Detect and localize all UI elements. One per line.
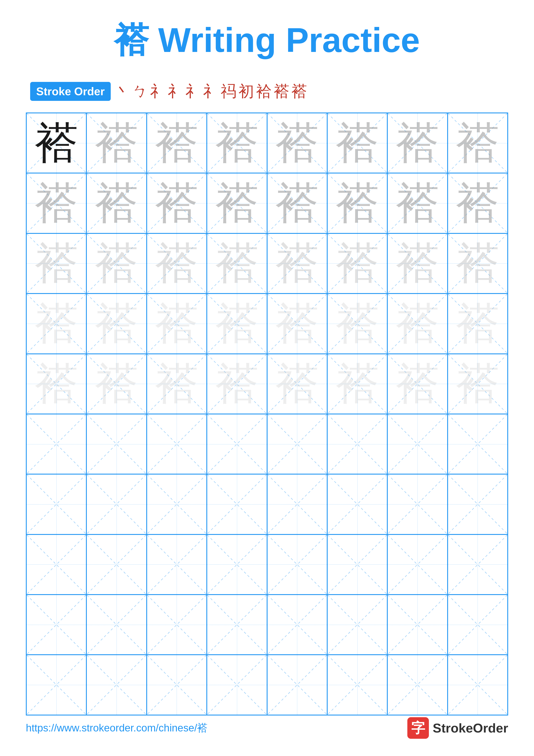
grid-cell[interactable] [147,655,207,715]
grid-cell[interactable] [327,595,387,655]
grid-cell[interactable]: 褡 [327,173,387,233]
grid-cell[interactable]: 褡 [327,293,387,354]
practice-char: 褡 [396,242,439,285]
grid-cell[interactable] [267,474,327,534]
grid-cell[interactable]: 褡 [26,233,87,293]
grid-cell[interactable] [387,655,447,715]
grid-cell[interactable] [147,595,207,655]
svg-line-83 [87,415,146,474]
grid-cell[interactable]: 褡 [447,173,508,233]
grid-cell[interactable] [447,655,508,715]
grid-cell[interactable]: 褡 [147,354,207,414]
grid-cell[interactable]: 褡 [147,233,207,293]
practice-char: 褡 [275,242,318,285]
grid-cell[interactable] [327,655,387,715]
grid-cell[interactable] [207,655,267,715]
svg-line-84 [147,415,206,474]
grid-cell[interactable]: 褡 [147,173,207,233]
grid-cell[interactable] [387,474,447,534]
grid-cell[interactable]: 褡 [447,233,508,293]
grid-row[interactable]: 褡褡褡褡褡褡褡褡 [26,173,508,233]
grid-cell[interactable]: 褡 [327,354,387,414]
grid-row[interactable]: 褡褡褡褡褡褡褡褡 [26,293,508,354]
grid-row[interactable]: 褡褡褡褡褡褡褡褡 [26,113,508,173]
grid-cell[interactable]: 褡 [327,113,387,173]
grid-cell[interactable]: 褡 [387,173,447,233]
grid-cell[interactable] [327,414,387,474]
grid-cell[interactable] [267,655,327,715]
page-title: 褡 Writing Practice [114,17,420,64]
grid-cell[interactable] [87,534,146,595]
practice-char: 褡 [95,122,138,165]
grid-row[interactable]: 褡褡褡褡褡褡褡褡 [26,354,508,414]
grid-cell[interactable] [327,534,387,595]
svg-line-114 [87,535,146,594]
grid-cell[interactable] [447,595,508,655]
practice-char: 褡 [216,182,259,225]
grid-cell[interactable]: 褡 [207,233,267,293]
grid-cell[interactable] [387,595,447,655]
grid-cell[interactable]: 褡 [447,293,508,354]
grid-cell[interactable] [327,474,387,534]
practice-char: 褡 [275,182,318,225]
grid-cell[interactable]: 褡 [207,113,267,173]
grid-cell[interactable] [26,595,87,655]
grid-cell[interactable] [447,534,508,595]
grid-cell[interactable] [87,474,146,534]
grid-cell[interactable]: 褡 [387,293,447,354]
grid-cell[interactable] [87,595,146,655]
grid-cell[interactable]: 褡 [87,293,146,354]
grid-cell[interactable] [447,474,508,534]
grid-cell[interactable]: 褡 [26,113,87,173]
grid-cell[interactable] [387,534,447,595]
grid-cell[interactable] [26,534,87,595]
grid-cell[interactable] [26,414,87,474]
grid-cell[interactable]: 褡 [207,354,267,414]
grid-cell[interactable]: 褡 [147,113,207,173]
grid-row[interactable]: 褡褡褡褡褡褡褡褡 [26,233,508,293]
grid-cell[interactable]: 褡 [267,233,327,293]
grid-row[interactable] [26,655,508,715]
svg-line-152 [267,655,327,715]
grid-cell[interactable] [207,534,267,595]
grid-cell[interactable]: 褡 [26,354,87,414]
grid-cell[interactable]: 褡 [267,293,327,354]
grid-cell[interactable] [87,414,146,474]
grid-row[interactable] [26,474,508,534]
grid-row[interactable] [26,595,508,655]
grid-cell[interactable] [267,414,327,474]
grid-cell[interactable] [207,474,267,534]
grid-cell[interactable] [207,595,267,655]
grid-cell[interactable]: 褡 [207,293,267,354]
grid-cell[interactable] [26,655,87,715]
grid-cell[interactable]: 褡 [387,354,447,414]
grid-cell[interactable] [267,534,327,595]
grid-cell[interactable]: 褡 [267,113,327,173]
grid-row[interactable] [26,414,508,474]
grid-cell[interactable]: 褡 [87,173,146,233]
grid-cell[interactable] [267,595,327,655]
grid-cell[interactable] [87,655,146,715]
grid-cell[interactable] [147,414,207,474]
grid-cell[interactable] [147,474,207,534]
grid-row[interactable] [26,534,508,595]
grid-cell[interactable]: 褡 [447,354,508,414]
grid-cell[interactable]: 褡 [267,173,327,233]
grid-cell[interactable]: 褡 [87,113,146,173]
grid-cell[interactable]: 褡 [87,354,146,414]
grid-cell[interactable] [147,534,207,595]
grid-cell[interactable]: 褡 [26,293,87,354]
grid-cell[interactable]: 褡 [26,173,87,233]
grid-cell[interactable]: 褡 [387,113,447,173]
grid-cell[interactable]: 褡 [87,233,146,293]
grid-cell[interactable]: 褡 [207,173,267,233]
grid-cell[interactable]: 褡 [327,233,387,293]
grid-cell[interactable] [387,414,447,474]
grid-cell[interactable]: 褡 [447,113,508,173]
grid-cell[interactable]: 褡 [387,233,447,293]
grid-cell[interactable] [207,414,267,474]
grid-cell[interactable] [26,474,87,534]
grid-cell[interactable]: 褡 [267,354,327,414]
grid-cell[interactable] [447,414,508,474]
grid-cell[interactable]: 褡 [147,293,207,354]
